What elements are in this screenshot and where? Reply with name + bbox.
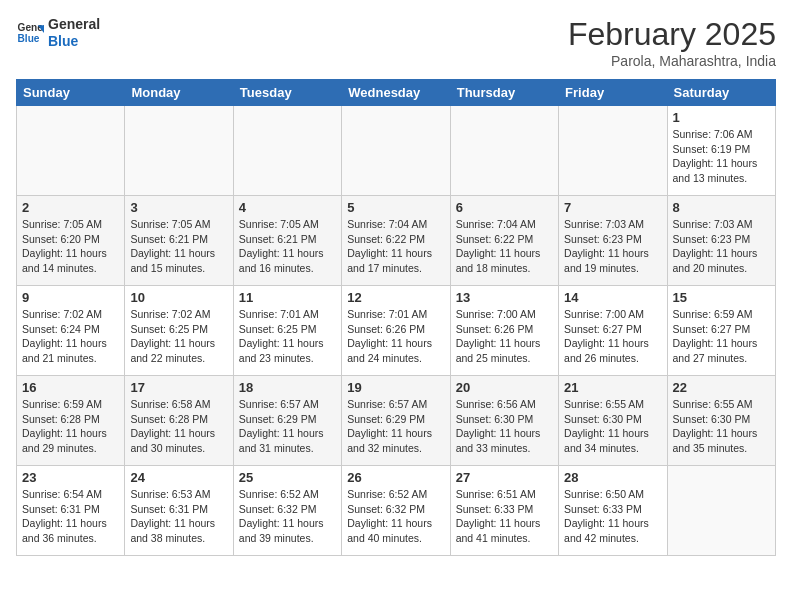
day-info: Sunrise: 7:00 AM Sunset: 6:26 PM Dayligh…	[456, 307, 553, 366]
calendar-cell-w0-d4	[450, 106, 558, 196]
calendar-week-4: 23Sunrise: 6:54 AM Sunset: 6:31 PM Dayli…	[17, 466, 776, 556]
weekday-header-monday: Monday	[125, 80, 233, 106]
day-info: Sunrise: 6:57 AM Sunset: 6:29 PM Dayligh…	[347, 397, 444, 456]
calendar-cell-w0-d1	[125, 106, 233, 196]
day-info: Sunrise: 7:05 AM Sunset: 6:20 PM Dayligh…	[22, 217, 119, 276]
day-info: Sunrise: 6:53 AM Sunset: 6:31 PM Dayligh…	[130, 487, 227, 546]
weekday-header-sunday: Sunday	[17, 80, 125, 106]
calendar-cell-w4-d6	[667, 466, 775, 556]
calendar-cell-w2-d5: 14Sunrise: 7:00 AM Sunset: 6:27 PM Dayli…	[559, 286, 667, 376]
logo-icon: General Blue	[16, 19, 44, 47]
day-number: 5	[347, 200, 444, 215]
calendar-week-0: 1Sunrise: 7:06 AM Sunset: 6:19 PM Daylig…	[17, 106, 776, 196]
day-number: 1	[673, 110, 770, 125]
calendar-week-2: 9Sunrise: 7:02 AM Sunset: 6:24 PM Daylig…	[17, 286, 776, 376]
day-info: Sunrise: 7:03 AM Sunset: 6:23 PM Dayligh…	[564, 217, 661, 276]
day-number: 4	[239, 200, 336, 215]
calendar-cell-w4-d2: 25Sunrise: 6:52 AM Sunset: 6:32 PM Dayli…	[233, 466, 341, 556]
logo-line2: Blue	[48, 33, 100, 50]
day-number: 24	[130, 470, 227, 485]
day-number: 28	[564, 470, 661, 485]
day-info: Sunrise: 7:03 AM Sunset: 6:23 PM Dayligh…	[673, 217, 770, 276]
day-info: Sunrise: 7:02 AM Sunset: 6:24 PM Dayligh…	[22, 307, 119, 366]
calendar-cell-w2-d1: 10Sunrise: 7:02 AM Sunset: 6:25 PM Dayli…	[125, 286, 233, 376]
calendar-cell-w3-d0: 16Sunrise: 6:59 AM Sunset: 6:28 PM Dayli…	[17, 376, 125, 466]
calendar-cell-w4-d3: 26Sunrise: 6:52 AM Sunset: 6:32 PM Dayli…	[342, 466, 450, 556]
calendar-cell-w3-d3: 19Sunrise: 6:57 AM Sunset: 6:29 PM Dayli…	[342, 376, 450, 466]
day-info: Sunrise: 7:05 AM Sunset: 6:21 PM Dayligh…	[239, 217, 336, 276]
day-number: 19	[347, 380, 444, 395]
day-number: 15	[673, 290, 770, 305]
day-number: 16	[22, 380, 119, 395]
weekday-header-tuesday: Tuesday	[233, 80, 341, 106]
day-number: 23	[22, 470, 119, 485]
day-number: 9	[22, 290, 119, 305]
day-info: Sunrise: 6:57 AM Sunset: 6:29 PM Dayligh…	[239, 397, 336, 456]
calendar-cell-w1-d3: 5Sunrise: 7:04 AM Sunset: 6:22 PM Daylig…	[342, 196, 450, 286]
day-info: Sunrise: 7:00 AM Sunset: 6:27 PM Dayligh…	[564, 307, 661, 366]
calendar-cell-w3-d6: 22Sunrise: 6:55 AM Sunset: 6:30 PM Dayli…	[667, 376, 775, 466]
day-info: Sunrise: 6:51 AM Sunset: 6:33 PM Dayligh…	[456, 487, 553, 546]
day-number: 18	[239, 380, 336, 395]
day-number: 13	[456, 290, 553, 305]
calendar-cell-w4-d1: 24Sunrise: 6:53 AM Sunset: 6:31 PM Dayli…	[125, 466, 233, 556]
calendar-cell-w0-d5	[559, 106, 667, 196]
day-number: 7	[564, 200, 661, 215]
day-number: 12	[347, 290, 444, 305]
day-info: Sunrise: 6:52 AM Sunset: 6:32 PM Dayligh…	[239, 487, 336, 546]
svg-text:Blue: Blue	[18, 33, 40, 44]
day-number: 17	[130, 380, 227, 395]
calendar-cell-w1-d4: 6Sunrise: 7:04 AM Sunset: 6:22 PM Daylig…	[450, 196, 558, 286]
day-info: Sunrise: 6:55 AM Sunset: 6:30 PM Dayligh…	[673, 397, 770, 456]
day-info: Sunrise: 7:06 AM Sunset: 6:19 PM Dayligh…	[673, 127, 770, 186]
day-number: 21	[564, 380, 661, 395]
calendar-cell-w3-d1: 17Sunrise: 6:58 AM Sunset: 6:28 PM Dayli…	[125, 376, 233, 466]
calendar-cell-w3-d5: 21Sunrise: 6:55 AM Sunset: 6:30 PM Dayli…	[559, 376, 667, 466]
calendar-cell-w1-d1: 3Sunrise: 7:05 AM Sunset: 6:21 PM Daylig…	[125, 196, 233, 286]
page-header: General Blue General Blue February 2025 …	[16, 16, 776, 69]
calendar-cell-w1-d5: 7Sunrise: 7:03 AM Sunset: 6:23 PM Daylig…	[559, 196, 667, 286]
day-number: 27	[456, 470, 553, 485]
calendar-cell-w4-d5: 28Sunrise: 6:50 AM Sunset: 6:33 PM Dayli…	[559, 466, 667, 556]
calendar-subtitle: Parola, Maharashtra, India	[568, 53, 776, 69]
calendar-cell-w1-d2: 4Sunrise: 7:05 AM Sunset: 6:21 PM Daylig…	[233, 196, 341, 286]
day-number: 6	[456, 200, 553, 215]
day-info: Sunrise: 7:01 AM Sunset: 6:25 PM Dayligh…	[239, 307, 336, 366]
day-number: 11	[239, 290, 336, 305]
calendar-cell-w2-d2: 11Sunrise: 7:01 AM Sunset: 6:25 PM Dayli…	[233, 286, 341, 376]
calendar-cell-w1-d0: 2Sunrise: 7:05 AM Sunset: 6:20 PM Daylig…	[17, 196, 125, 286]
day-info: Sunrise: 6:56 AM Sunset: 6:30 PM Dayligh…	[456, 397, 553, 456]
day-info: Sunrise: 6:55 AM Sunset: 6:30 PM Dayligh…	[564, 397, 661, 456]
calendar-cell-w0-d2	[233, 106, 341, 196]
calendar-cell-w2-d0: 9Sunrise: 7:02 AM Sunset: 6:24 PM Daylig…	[17, 286, 125, 376]
calendar-cell-w1-d6: 8Sunrise: 7:03 AM Sunset: 6:23 PM Daylig…	[667, 196, 775, 286]
calendar-cell-w0-d6: 1Sunrise: 7:06 AM Sunset: 6:19 PM Daylig…	[667, 106, 775, 196]
day-info: Sunrise: 7:02 AM Sunset: 6:25 PM Dayligh…	[130, 307, 227, 366]
day-info: Sunrise: 6:59 AM Sunset: 6:27 PM Dayligh…	[673, 307, 770, 366]
day-number: 25	[239, 470, 336, 485]
weekday-header-wednesday: Wednesday	[342, 80, 450, 106]
logo-line1: General	[48, 16, 100, 33]
day-number: 26	[347, 470, 444, 485]
weekday-header-friday: Friday	[559, 80, 667, 106]
calendar-cell-w4-d4: 27Sunrise: 6:51 AM Sunset: 6:33 PM Dayli…	[450, 466, 558, 556]
calendar-cell-w0-d0	[17, 106, 125, 196]
calendar-cell-w3-d2: 18Sunrise: 6:57 AM Sunset: 6:29 PM Dayli…	[233, 376, 341, 466]
day-info: Sunrise: 6:58 AM Sunset: 6:28 PM Dayligh…	[130, 397, 227, 456]
weekday-header-row: SundayMondayTuesdayWednesdayThursdayFrid…	[17, 80, 776, 106]
day-info: Sunrise: 6:54 AM Sunset: 6:31 PM Dayligh…	[22, 487, 119, 546]
day-info: Sunrise: 6:59 AM Sunset: 6:28 PM Dayligh…	[22, 397, 119, 456]
day-number: 2	[22, 200, 119, 215]
day-info: Sunrise: 6:50 AM Sunset: 6:33 PM Dayligh…	[564, 487, 661, 546]
calendar-week-1: 2Sunrise: 7:05 AM Sunset: 6:20 PM Daylig…	[17, 196, 776, 286]
day-number: 14	[564, 290, 661, 305]
day-number: 10	[130, 290, 227, 305]
day-info: Sunrise: 7:04 AM Sunset: 6:22 PM Dayligh…	[456, 217, 553, 276]
calendar-table: SundayMondayTuesdayWednesdayThursdayFrid…	[16, 79, 776, 556]
calendar-cell-w2-d4: 13Sunrise: 7:00 AM Sunset: 6:26 PM Dayli…	[450, 286, 558, 376]
day-number: 22	[673, 380, 770, 395]
logo: General Blue General Blue	[16, 16, 100, 50]
day-number: 3	[130, 200, 227, 215]
weekday-header-thursday: Thursday	[450, 80, 558, 106]
calendar-title: February 2025	[568, 16, 776, 53]
